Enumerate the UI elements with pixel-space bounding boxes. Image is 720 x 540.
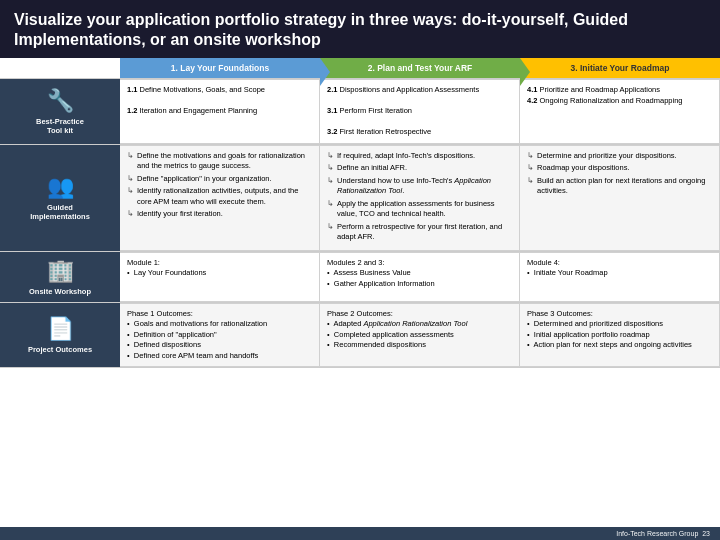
po-1-text: Phase 1 Outcomes: • Goals and motivation… xyxy=(127,309,312,362)
cell-po-2: Phase 2 Outcomes: • Adapted Application … xyxy=(320,303,520,368)
icon-best-practice: 🔧 Best-PracticeTool kit xyxy=(0,79,120,144)
gi-item-4: Identify your first iteration. xyxy=(127,209,312,220)
bp-3-text: 4.1 Prioritize and Roadmap Applications … xyxy=(527,85,712,106)
cell-po-1: Phase 1 Outcomes: • Goals and motivation… xyxy=(120,303,320,368)
cell-gi-3: Determine and prioritize your dispositio… xyxy=(520,145,720,251)
gi-item-1: Define the motivations and goals for rat… xyxy=(127,151,312,172)
cell-ow-2: Modules 2 and 3:• Assess Business Value•… xyxy=(320,252,520,302)
step-header-1: 1. Lay Your Foundations xyxy=(120,58,320,78)
ow-3-text: Module 4:• Initiate Your Roadmap xyxy=(527,258,712,279)
gi-item-7: Understand how to use Info-Tech's Applic… xyxy=(327,176,512,197)
cell-gi-2: If required, adapt Info-Tech's dispositi… xyxy=(320,145,520,251)
bp-2-text: 2.1 Dispositions and Application Assessm… xyxy=(327,85,512,138)
cell-ow-1: Module 1:• Lay Your Foundations xyxy=(120,252,320,302)
gi-item-12: Build an action plan for next iterations… xyxy=(527,176,712,197)
po-2-text: Phase 2 Outcomes: • Adapted Application … xyxy=(327,309,512,351)
gi-item-10: Determine and prioritize your dispositio… xyxy=(527,151,712,162)
icon-onsite: 🏢 Onsite Workshop xyxy=(0,252,120,302)
icon-label-best-practice: Best-PracticeTool kit xyxy=(36,117,84,135)
building-icon: 🏢 xyxy=(47,258,74,284)
row-onsite: 🏢 Onsite Workshop Module 1:• Lay Your Fo… xyxy=(0,252,720,303)
header-title: Visualize your application portfolio str… xyxy=(14,11,628,48)
ow-2-text: Modules 2 and 3:• Assess Business Value•… xyxy=(327,258,512,290)
ow-1-text: Module 1:• Lay Your Foundations xyxy=(127,258,312,279)
step-header-3: 3. Initiate Your Roadmap xyxy=(520,58,720,78)
row-outcomes: 📄 Project Outcomes Phase 1 Outcomes: • G… xyxy=(0,303,720,369)
wrench-icon: 🔧 xyxy=(47,88,74,114)
cell-bp-2: 2.1 Dispositions and Application Assessm… xyxy=(320,79,520,144)
gi-item-3: Identify rationalization activities, out… xyxy=(127,186,312,207)
cell-po-3: Phase 3 Outcomes: • Determined and prior… xyxy=(520,303,720,368)
row-guided: 👥 GuidedImplementations Define the motiv… xyxy=(0,145,720,252)
cell-bp-1: 1.1 Define Motivations, Goals, and Scope… xyxy=(120,79,320,144)
footer-page: 23 xyxy=(702,530,710,537)
icon-label-guided: GuidedImplementations xyxy=(30,203,90,221)
gi-item-8: Apply the application assessments for bu… xyxy=(327,199,512,220)
row-best-practice: 🔧 Best-PracticeTool kit 1.1 Define Motiv… xyxy=(0,79,720,145)
footer-brand: Info-Tech Research Group xyxy=(616,530,698,537)
cell-ow-3: Module 4:• Initiate Your Roadmap xyxy=(520,252,720,302)
cell-gi-1: Define the motivations and goals for rat… xyxy=(120,145,320,251)
gi-item-2: Define "application" in your organizatio… xyxy=(127,174,312,185)
gi-item-5: If required, adapt Info-Tech's dispositi… xyxy=(327,151,512,162)
icon-guided: 👥 GuidedImplementations xyxy=(0,145,120,251)
people-icon: 👥 xyxy=(47,174,74,200)
icon-label-outcomes: Project Outcomes xyxy=(28,345,92,354)
cell-bp-3: 4.1 Prioritize and Roadmap Applications … xyxy=(520,79,720,144)
gi-item-9: Perform a retrospective for your first i… xyxy=(327,222,512,243)
header: Visualize your application portfolio str… xyxy=(0,0,720,58)
po-3-text: Phase 3 Outcomes: • Determined and prior… xyxy=(527,309,712,351)
step-header-empty xyxy=(0,58,120,78)
icon-label-onsite: Onsite Workshop xyxy=(29,287,91,296)
gi-item-11: Roadmap your dispositions. xyxy=(527,163,712,174)
gi-item-6: Define an initial AFR. xyxy=(327,163,512,174)
icon-outcomes: 📄 Project Outcomes xyxy=(0,303,120,368)
footer: Info-Tech Research Group 23 xyxy=(0,527,720,540)
bp-1-text: 1.1 Define Motivations, Goals, and Scope… xyxy=(127,85,312,117)
document-icon: 📄 xyxy=(47,316,74,342)
step-header-2: 2. Plan and Test Your ARF xyxy=(320,58,520,78)
